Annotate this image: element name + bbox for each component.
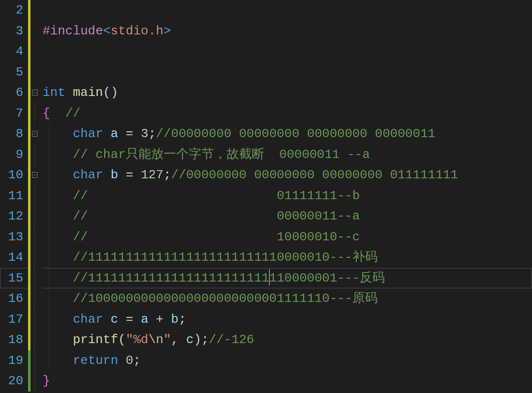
gutter-marks [28, 62, 43, 83]
code-line[interactable]: 2 [0, 0, 532, 21]
code-line[interactable]: 4 [0, 41, 532, 62]
code-content[interactable] [43, 41, 532, 62]
code-content[interactable]: // 10000010--c [43, 227, 532, 248]
indent-guide [49, 186, 49, 206]
gutter-marks [28, 165, 43, 186]
line-number[interactable]: 18 [0, 330, 28, 350]
gutter-marks [28, 247, 43, 268]
fold-toggle-icon[interactable] [32, 90, 38, 95]
line-number[interactable]: 11 [0, 186, 28, 206]
token-brace: { [43, 106, 50, 121]
code-content[interactable]: char c = a + b; [43, 309, 532, 330]
line-number[interactable]: 4 [0, 41, 28, 62]
code-line[interactable]: 9 // char只能放一个字节，故截断 00000011 --a [0, 144, 532, 165]
code-content[interactable]: // char只能放一个字节，故截断 00000011 --a [43, 144, 532, 165]
token-op [43, 168, 73, 182]
gutter-marks [28, 0, 43, 21]
code-content[interactable]: #include<stdio.h> [43, 21, 532, 42]
token-op [43, 271, 73, 285]
token-cmt: 110000001---反码 [269, 271, 385, 285]
change-marker [28, 247, 30, 268]
code-content[interactable]: return 0; [43, 350, 532, 371]
code-line[interactable]: 13 // 10000010--c [0, 227, 532, 248]
code-line[interactable]: 17 char c = a + b; [0, 309, 532, 330]
line-number[interactable]: 14 [0, 247, 28, 268]
code-line[interactable]: 19 return 0; [0, 350, 532, 371]
code-line[interactable]: 18 printf("%d\n", c);//-126 [0, 330, 532, 350]
change-marker [28, 268, 30, 289]
token-op [65, 85, 73, 100]
change-marker [28, 288, 30, 309]
code-line[interactable]: 7{ // [0, 103, 532, 124]
line-number[interactable]: 13 [0, 227, 28, 248]
token-cmt: // 10000010--c [73, 230, 360, 244]
token-op [50, 106, 65, 121]
code-content[interactable]: int main() [43, 82, 532, 103]
indent-guide [49, 165, 49, 186]
code-line[interactable]: 6int main() [0, 82, 532, 103]
token-cmt: //-126 [209, 332, 254, 347]
code-content[interactable] [43, 62, 532, 83]
line-number[interactable]: 8 [0, 124, 28, 144]
fold-guide [34, 144, 35, 165]
token-str: " [164, 332, 171, 347]
line-number[interactable]: 5 [0, 62, 28, 83]
fold-guide [34, 268, 35, 289]
line-number[interactable]: 15 [0, 268, 28, 289]
line-number[interactable]: 16 [0, 288, 28, 309]
code-line[interactable]: 11 // 01111111--b [0, 186, 532, 206]
token-pn: ; [148, 126, 156, 141]
fold-guide [34, 186, 35, 206]
code-line[interactable]: 5 [0, 62, 532, 83]
token-id: c [186, 332, 194, 347]
token-fn: main [73, 85, 103, 100]
line-number[interactable]: 17 [0, 309, 28, 330]
code-editor[interactable]: 23#include<stdio.h>456int main()7{ //8 c… [0, 0, 532, 393]
token-cmt: // char只能放一个字节，故截断 00000011 --a [73, 147, 370, 162]
token-pn: () [103, 85, 118, 100]
code-content[interactable]: //10000000000000000000000001111110---原码 [43, 288, 532, 309]
token-id: a [110, 126, 118, 141]
line-number[interactable]: 3 [0, 21, 28, 42]
token-cmt: //10000000000000000000000001111110---原码 [73, 291, 377, 306]
code-line[interactable]: 16 //10000000000000000000000001111110---… [0, 288, 532, 309]
gutter-marks [28, 124, 43, 144]
line-number[interactable]: 20 [0, 371, 28, 392]
code-content[interactable]: { // [43, 103, 532, 124]
code-line[interactable]: 15 //111111111111111111111111110000001--… [0, 268, 532, 289]
code-content[interactable]: } [43, 371, 532, 392]
line-number[interactable]: 7 [0, 103, 28, 124]
fold-toggle-icon[interactable] [32, 172, 38, 178]
line-number[interactable]: 10 [0, 165, 28, 186]
code-line[interactable]: 8 char a = 3;//00000000 00000000 0000000… [0, 124, 532, 144]
line-number[interactable]: 6 [0, 82, 28, 103]
line-number[interactable]: 9 [0, 144, 28, 165]
fold-guide [34, 247, 35, 268]
code-content[interactable] [43, 0, 532, 21]
fold-guide [34, 288, 35, 309]
token-kw: return [73, 353, 118, 368]
code-content[interactable]: // 01111111--b [43, 186, 532, 206]
fold-guide [34, 309, 35, 330]
code-content[interactable]: char a = 3;//00000000 00000000 00000000 … [43, 124, 532, 144]
gutter-marks [28, 227, 43, 248]
change-marker [28, 330, 30, 350]
line-number[interactable]: 12 [0, 206, 28, 227]
code-line[interactable]: 12 // 00000011--a [0, 206, 532, 227]
token-kw: char [73, 168, 103, 182]
code-content[interactable]: // 00000011--a [43, 206, 532, 227]
line-number[interactable]: 2 [0, 0, 28, 21]
fold-toggle-icon[interactable] [32, 131, 38, 137]
line-number[interactable]: 19 [0, 350, 28, 371]
token-pp: #include [43, 24, 103, 38]
code-content[interactable]: char b = 127;//00000000 00000000 0000000… [43, 165, 532, 186]
code-line[interactable]: 20} [0, 371, 532, 392]
code-line[interactable]: 14 //11111111111111111111111110000010---… [0, 247, 532, 268]
code-line[interactable]: 10 char b = 127;//00000000 00000000 0000… [0, 165, 532, 186]
gutter-marks [28, 330, 43, 350]
code-content[interactable]: //11111111111111111111111110000010---补码 [43, 247, 532, 268]
code-content[interactable]: //111111111111111111111111110000001---反码 [43, 268, 532, 289]
code-line[interactable]: 3#include<stdio.h> [0, 21, 532, 42]
code-content[interactable]: printf("%d\n", c);//-126 [43, 330, 532, 350]
fold-guide [34, 330, 35, 350]
